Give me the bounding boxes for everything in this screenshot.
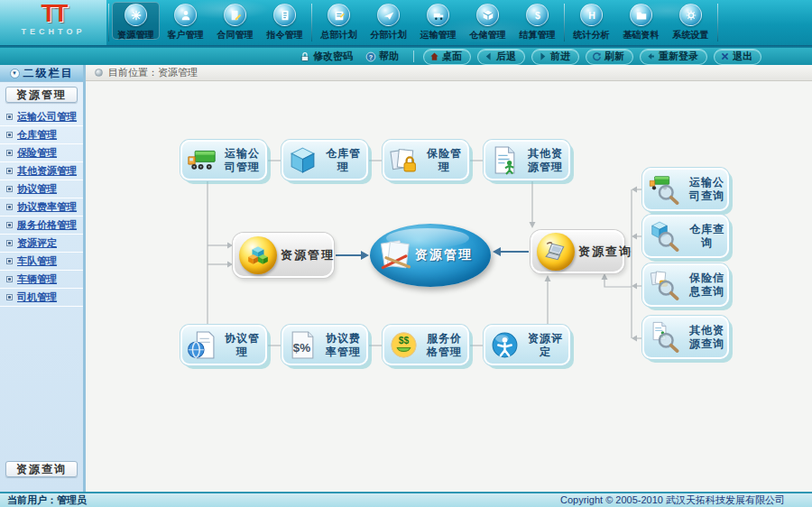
relogin-arrow-icon	[646, 51, 656, 61]
lock-icon	[300, 51, 310, 62]
bullet-icon	[6, 186, 13, 192]
sidebar-item-vehicle-manage[interactable]: 车辆管理	[0, 271, 83, 289]
sidebar-header-label: 二级栏目	[23, 66, 74, 81]
node-insurance-manage[interactable]: 保险管理	[383, 140, 469, 180]
nav-item-base-data[interactable]: 基础资料	[616, 0, 666, 41]
nav-divider	[564, 4, 565, 41]
node-other-resource-query[interactable]: 其他资源查询	[642, 316, 729, 359]
node-label: 其他资源查询	[687, 324, 727, 351]
node-service-price-manage[interactable]: $$ 服务价格管理	[383, 325, 469, 365]
secondary-toolbar: 修改密码 ? 帮助 桌面 后退 前进 刷新 重新登录 退出	[0, 48, 812, 65]
base-data-icon	[630, 4, 652, 26]
help-label: 帮助	[379, 50, 399, 63]
refresh-label: 刷新	[604, 50, 624, 63]
change-password-button[interactable]: 修改密码	[300, 50, 353, 63]
forward-button[interactable]: 前进	[531, 49, 579, 65]
back-button[interactable]: 后退	[477, 49, 525, 65]
node-resource-evaluate[interactable]: 资源评定	[484, 325, 570, 365]
forward-label: 前进	[550, 50, 570, 63]
sidebar-item-agreement-manage[interactable]: 协议管理	[0, 180, 83, 198]
nav-item-transport-manage[interactable]: 运输管理	[413, 0, 463, 41]
nav-item-contract-manage[interactable]: 合同管理	[210, 0, 260, 41]
paper-pencil-icon	[377, 238, 413, 272]
contract-manage-icon	[224, 4, 246, 26]
nav-item-resource-manage[interactable]: 资源管理	[111, 0, 161, 41]
home-icon	[429, 51, 439, 61]
forward-icon	[538, 51, 548, 61]
bullet-icon	[6, 276, 13, 282]
sidebar-menu: 运输公司管理 仓库管理 保险管理 其他资源管理 协议管理 协议费率管理 服务价格…	[0, 108, 83, 307]
exit-button[interactable]: 退出	[714, 49, 761, 65]
relogin-button[interactable]: 重新登录	[640, 49, 707, 65]
refresh-button[interactable]: 刷新	[586, 49, 633, 65]
nav-divider	[717, 4, 718, 41]
nav-label: 客户管理	[162, 29, 208, 41]
bullet-icon	[6, 168, 13, 174]
nav-label: 资源管理	[113, 29, 159, 41]
sidebar-item-agreement-rate-manage[interactable]: 协议费率管理	[0, 198, 83, 217]
nav-label: 指令管理	[262, 29, 308, 41]
settlement-manage-icon: $	[526, 4, 549, 26]
breadcrumb-label: 目前位置：资源管理	[108, 66, 198, 79]
node-transport-company-manage[interactable]: 运输公司管理	[180, 140, 267, 180]
node-transport-company-query[interactable]: 运输公司查询	[642, 168, 729, 211]
sidebar-item-driver-manage[interactable]: 司机管理	[0, 289, 83, 307]
sidebar-item-resource-evaluate[interactable]: 资源评定	[0, 235, 83, 253]
sidebar-item-fleet-manage[interactable]: 车队管理	[0, 253, 83, 271]
sidebar-query-button[interactable]: 资源查询	[5, 461, 78, 477]
logo-name: TECHTOP	[0, 27, 106, 36]
copyright-label: Copyright © 2005-2010 武汉天拓科技发展有限公司	[560, 493, 785, 507]
resource-cubes-sphere-icon	[239, 236, 277, 274]
bullet-icon	[6, 222, 13, 228]
sidebar-bottom: 资源查询	[0, 456, 83, 483]
sidebar-item-warehouse-manage[interactable]: 仓库管理	[0, 126, 83, 144]
exit-label: 退出	[733, 50, 752, 63]
nav-item-order-manage[interactable]: 指令管理	[260, 0, 309, 41]
bullet-icon	[6, 258, 13, 264]
svg-text:$: $	[535, 9, 540, 20]
bullet-icon	[6, 150, 13, 156]
svg-text:$$: $$	[399, 336, 410, 346]
sidebar-section-button[interactable]: 资源管理	[5, 87, 78, 103]
change-password-label: 修改密码	[313, 50, 353, 63]
node-resource-manage-center[interactable]: 资源管理	[370, 224, 491, 287]
node-warehouse-manage[interactable]: 仓库管理	[281, 140, 368, 180]
insurance-magnifier-icon	[648, 266, 684, 304]
node-other-resource-manage[interactable]: 其他资源管理	[484, 140, 570, 180]
nav-item-customer-manage[interactable]: 客户管理	[161, 0, 210, 41]
node-resource-query-hub[interactable]: 资源查询	[531, 230, 624, 273]
node-resource-manage-hub[interactable]: 资源管理	[233, 233, 334, 278]
node-insurance-info-query[interactable]: 保险信息查询	[642, 263, 729, 307]
node-agreement-manage[interactable]: 协议管理	[180, 325, 267, 365]
storage-manage-icon	[476, 4, 499, 26]
nav-item-branch-plan[interactable]: 分部计划	[364, 0, 413, 41]
sidebar-item-service-price-manage[interactable]: 服务价格管理	[0, 217, 83, 235]
node-label: 协议管理	[219, 332, 265, 359]
breadcrumb: 目前位置：资源管理	[86, 65, 812, 81]
nav-item-hq-plan[interactable]: 总部计划	[314, 0, 364, 41]
chevron-down-circle-icon: ▼	[10, 69, 20, 78]
desktop-button[interactable]: 桌面	[423, 49, 471, 65]
statistics-icon: H	[580, 4, 603, 26]
current-user-label: 当前用户：管理员	[7, 493, 87, 507]
warehouse-magnifier-icon	[648, 217, 684, 255]
node-warehouse-query[interactable]: 仓库查询	[642, 215, 729, 258]
nav-item-statistics[interactable]: H 统计分析	[567, 0, 616, 41]
other-resource-magnifier-icon	[648, 318, 684, 356]
nav-item-system-settings[interactable]: 系统设置	[666, 0, 715, 41]
node-label: 资源管理	[281, 247, 335, 263]
refresh-icon	[592, 51, 602, 61]
back-icon	[484, 51, 494, 61]
help-button[interactable]: ? 帮助	[365, 50, 399, 63]
svg-text:$%: $%	[293, 341, 310, 355]
branch-plan-icon	[377, 4, 400, 26]
sidebar-item-other-resource-manage[interactable]: 其他资源管理	[0, 162, 83, 180]
sidebar-item-transport-company-manage[interactable]: 运输公司管理	[0, 108, 83, 126]
nav-item-storage-manage[interactable]: 仓储管理	[463, 0, 512, 41]
transport-manage-icon	[427, 4, 449, 26]
node-agreement-rate-manage[interactable]: $% 协议费率管理	[281, 325, 368, 365]
sidebar-item-insurance-manage[interactable]: 保险管理	[0, 144, 83, 162]
price-face-icon: $$	[389, 330, 419, 360]
nav-label: 基础资料	[618, 29, 664, 41]
nav-item-settlement-manage[interactable]: $ 结算管理	[512, 0, 562, 41]
